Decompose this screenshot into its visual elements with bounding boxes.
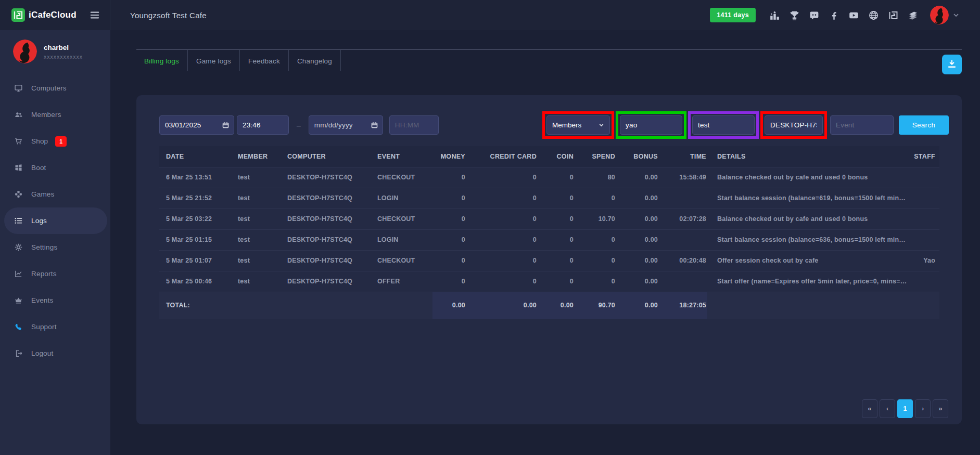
computer-input[interactable] xyxy=(765,115,823,135)
cell-money: 0 xyxy=(432,250,466,271)
youtube-icon[interactable] xyxy=(848,10,859,21)
event-input[interactable] xyxy=(830,115,894,135)
member-input[interactable] xyxy=(620,115,682,135)
cell-computer: DESKTOP-H7STC4Q xyxy=(281,209,371,229)
cell-member: test xyxy=(231,167,281,188)
cell-credit-card: 0 xyxy=(466,271,538,292)
tab-bar: Billing logsGame logsFeedbackChangelog xyxy=(136,49,962,74)
gamepad-icon xyxy=(14,190,23,199)
logo-text: iCafeCloud xyxy=(29,10,77,20)
member-type-select[interactable]: Members xyxy=(546,115,610,135)
table-total-row: TOTAL:0.000.000.0090.700.0018:27:05 xyxy=(159,292,939,319)
cell-spend: 10.70 xyxy=(575,209,616,229)
sidebar-item-events[interactable]: Events xyxy=(0,287,110,314)
last-page-button[interactable]: » xyxy=(933,399,948,418)
table-row: 5 Mar 25 01:15testDESKTOP-H7STC4QLOGIN00… xyxy=(159,229,939,250)
sidebar-menu: ComputersMembersShop1BootGamesLogsSettin… xyxy=(0,75,110,367)
discord-icon[interactable] xyxy=(809,10,820,21)
tab-changelog[interactable]: Changelog xyxy=(289,50,341,71)
cell-computer: DESKTOP-H7STC4Q xyxy=(281,271,371,292)
brand-section: iCafeCloud xyxy=(0,0,110,30)
sidebar-item-settings[interactable]: Settings xyxy=(0,234,110,261)
sidebar-item-logout[interactable]: Logout xyxy=(0,340,110,367)
sidebar-item-members[interactable]: Members xyxy=(0,101,110,128)
date-from-input[interactable] xyxy=(159,115,234,135)
cell-money: 0 xyxy=(432,209,466,229)
member2-annotation-box xyxy=(688,111,759,139)
cell-details: Start offer (name=Expires offer 5min lat… xyxy=(707,271,908,292)
cart-icon xyxy=(14,137,23,146)
facebook-icon[interactable] xyxy=(829,10,839,21)
cell-money: 0 xyxy=(432,229,466,250)
sidebar-user-card[interactable]: charbel xxxxxxxxxxxx xyxy=(0,30,110,69)
cell-date: 5 Mar 25 01:07 xyxy=(159,250,231,271)
tab-billing-logs[interactable]: Billing logs xyxy=(136,50,188,71)
prev-page-button[interactable]: ‹ xyxy=(880,399,895,418)
total-date: TOTAL: xyxy=(159,292,231,319)
col-event: EVENT xyxy=(371,146,432,167)
first-page-button[interactable]: « xyxy=(862,399,877,418)
total-spend: 90.70 xyxy=(575,292,616,319)
cell-spend: 0 xyxy=(575,229,616,250)
user-name: charbel xyxy=(44,44,83,51)
user-avatar[interactable] xyxy=(930,6,949,24)
member-type-annotation-box: Members xyxy=(542,111,614,139)
cell-credit-card: 0 xyxy=(466,188,538,209)
col-credit-card: CREDIT CARD xyxy=(466,146,538,167)
cell-computer: DESKTOP-H7STC4Q xyxy=(281,188,371,209)
total-money: 0.00 xyxy=(432,292,466,319)
phone-icon xyxy=(14,322,23,331)
cell-money: 0 xyxy=(432,188,466,209)
sidebar-item-reports[interactable]: Reports xyxy=(0,261,110,287)
search-button[interactable]: Search xyxy=(899,115,949,135)
layers-icon[interactable] xyxy=(908,10,919,21)
export-download-button[interactable] xyxy=(942,55,962,74)
hamburger-menu-icon[interactable] xyxy=(89,9,100,21)
tab-game-logs[interactable]: Game logs xyxy=(188,50,240,71)
cell-bonus: 0.00 xyxy=(616,167,659,188)
tab-feedback[interactable]: Feedback xyxy=(240,50,289,71)
cell-details: Offer session check out by cafe xyxy=(707,250,908,271)
filter-row: – Members xyxy=(136,95,962,139)
cell-staff xyxy=(908,271,939,292)
sidebar-item-label: Settings xyxy=(31,243,57,251)
col-member: MEMBER xyxy=(231,146,281,167)
cell-credit-card: 0 xyxy=(466,209,538,229)
cafe-name-title: Youngzsoft Test Cafe xyxy=(130,11,207,20)
member2-input[interactable] xyxy=(692,115,755,135)
sidebar-item-games[interactable]: Games xyxy=(0,181,110,207)
cell-time: 15:58:49 xyxy=(659,167,707,188)
license-days-badge: 1411 days xyxy=(710,8,756,22)
globe-icon[interactable] xyxy=(868,10,879,21)
chart-icon xyxy=(14,269,23,278)
cell-staff: Yao xyxy=(908,250,939,271)
sidebar-item-logs[interactable]: Logs xyxy=(4,207,107,234)
total-time: 18:27:05 xyxy=(659,292,707,319)
ranking-icon[interactable] xyxy=(769,10,780,21)
cell-staff xyxy=(908,188,939,209)
total-coin: 0.00 xyxy=(538,292,575,319)
table-row: 5 Mar 25 01:07testDESKTOP-H7STC4QCHECKOU… xyxy=(159,250,939,271)
app-logo[interactable]: iCafeCloud xyxy=(11,8,77,22)
sidebar-item-boot[interactable]: Boot xyxy=(0,154,110,181)
time-from-input[interactable] xyxy=(237,115,289,135)
trophy-icon[interactable] xyxy=(789,10,800,21)
cell-event: CHECKOUT xyxy=(371,167,432,188)
sidebar-item-support[interactable]: Support xyxy=(0,314,110,340)
sidebar-item-computers[interactable]: Computers xyxy=(0,75,110,101)
range-separator: – xyxy=(297,121,301,129)
time-to-input[interactable] xyxy=(389,115,439,135)
cell-member: test xyxy=(231,188,281,209)
chevron-down-icon[interactable] xyxy=(952,11,960,19)
cell-spend: 0 xyxy=(575,188,616,209)
page-1-button[interactable]: 1 xyxy=(897,399,913,418)
windows-icon xyxy=(14,163,23,172)
logout-icon xyxy=(14,349,23,358)
cell-date: 5 Mar 25 00:46 xyxy=(159,271,231,292)
icafecloud-icon[interactable] xyxy=(888,10,899,21)
sidebar-item-shop[interactable]: Shop1 xyxy=(0,128,110,154)
cell-details: Balance checked out by cafe and used 0 b… xyxy=(707,209,908,229)
date-to-input[interactable] xyxy=(309,115,383,135)
next-page-button[interactable]: › xyxy=(915,399,931,418)
sidebar-item-label: Events xyxy=(31,296,53,304)
